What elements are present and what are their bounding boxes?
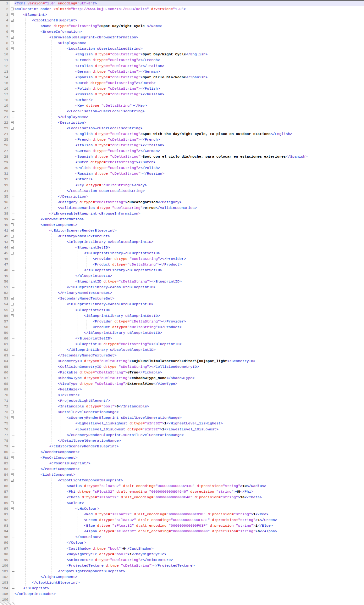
code-text[interactable]: </DetailLevelGenerationRange> — [14, 438, 364, 444]
code-text[interactable]: <iBlueprintLibrary-cAbsoluteBlueprintID> — [14, 301, 364, 307]
code-text[interactable]: </Blueprint> — [14, 585, 364, 591]
fold-collapse-icon[interactable] — [11, 252, 14, 255]
code-line[interactable]: 81<PosOriComponent> — [0, 455, 364, 461]
line-number[interactable]: 75 — [0, 421, 10, 426]
fold-collapse-icon[interactable] — [11, 229, 14, 232]
line-number[interactable]: 60 — [0, 336, 10, 341]
code-line[interactable]: 62</iBlueprintLibrary-cAbsoluteBlueprint… — [0, 347, 364, 353]
line-number[interactable]: 50 — [0, 279, 10, 284]
code-text[interactable]: <Russian d:type="cDeltaString"></Russian… — [14, 171, 364, 176]
line-number[interactable]: 41 — [0, 228, 10, 233]
code-line[interactable]: 85<cSpotLightComponentBlueprint> — [0, 478, 364, 483]
line-number[interactable]: 62 — [0, 347, 10, 353]
code-line[interactable]: 15<Dutch d:type="cDeltaString"></Dutch> — [0, 80, 364, 86]
code-line[interactable]: 27<German d:type="cDeltaString"></German… — [0, 148, 364, 154]
code-line[interactable]: 7<iBrowseableBlueprint-cBrowseInformatio… — [0, 35, 364, 40]
code-line[interactable]: 106 — [0, 597, 364, 602]
code-line[interactable]: 22<Description> — [0, 120, 364, 126]
code-text[interactable]: <SecondaryNamedTextureSet> — [14, 296, 364, 301]
line-number[interactable]: 79 — [0, 444, 10, 449]
code-line[interactable]: 20</Localisation-cUserLocalisedString> — [0, 109, 364, 114]
line-number[interactable]: 84 — [0, 472, 10, 478]
code-line[interactable]: 29<Dutch d:type="cDeltaString"></Dutch> — [0, 160, 364, 165]
code-text[interactable]: <Instancable d:type="bool">0</Instancabl… — [14, 404, 364, 409]
code-line[interactable]: 88<Theta d:type="sFloat32" d:alt_encodin… — [0, 495, 364, 500]
code-line[interactable]: 65<CollisionGeometryID d:type="cDeltaStr… — [0, 364, 364, 370]
fold-toggle[interactable] — [10, 245, 14, 250]
code-text[interactable]: <iBrowseableBlueprint-cBrowseInformation… — [14, 35, 364, 40]
line-number[interactable]: 64 — [0, 358, 10, 364]
code-text[interactable]: </BlueprintSetID> — [14, 273, 364, 279]
code-line[interactable]: 12<Italian d:type="cDeltaString"></Itali… — [0, 63, 364, 69]
line-number[interactable]: 18 — [0, 97, 10, 103]
line-number[interactable]: 105 — [0, 591, 10, 597]
code-text[interactable]: <cHcColour> — [14, 506, 364, 512]
code-line[interactable]: 91<Red d:type="sFloat32" d:alt_encoding=… — [0, 512, 364, 517]
line-number[interactable]: 31 — [0, 171, 10, 176]
code-text[interactable]: </LightComponent> — [14, 574, 364, 580]
code-line[interactable]: 83</PosOriComponent> — [0, 466, 364, 472]
code-text[interactable]: <Description> — [14, 120, 364, 126]
code-line[interactable]: 92<Green d:type="sFloat32" d:alt_encodin… — [0, 517, 364, 523]
code-line[interactable]: 76<LowestLevel_10isLowest d:type="sInt32… — [0, 427, 364, 432]
code-text[interactable]: </iBlueprintLibrary-cBlueprintSetID> — [14, 267, 364, 273]
code-text[interactable]: <Blueprint> — [14, 12, 364, 18]
line-number[interactable]: 92 — [0, 517, 10, 523]
code-text[interactable]: <Other/> — [14, 97, 364, 103]
code-line[interactable]: 51</iBlueprintLibrary-cAbsoluteBlueprint… — [0, 284, 364, 290]
fold-collapse-icon[interactable] — [11, 246, 14, 249]
fold-collapse-icon[interactable] — [11, 416, 14, 419]
line-number[interactable]: 17 — [0, 92, 10, 97]
code-text[interactable]: <French d:type="cDeltaString"></French> — [14, 57, 364, 63]
code-text[interactable]: </BrowseInformation> — [14, 216, 364, 222]
line-number[interactable]: 45 — [0, 250, 10, 256]
code-line[interactable]: 26<Italian d:type="cDeltaString"></Itali… — [0, 143, 364, 148]
fold-collapse-icon[interactable] — [11, 479, 14, 482]
fold-toggle[interactable] — [10, 313, 14, 319]
line-number[interactable]: 13 — [0, 69, 10, 75]
code-line[interactable]: 46<Provider d:type="cDeltaString"></Prov… — [0, 256, 364, 262]
code-line[interactable]: 97<CastShadow d:type="bool">0</CastShado… — [0, 546, 364, 552]
code-text[interactable]: <Colour> — [14, 500, 364, 506]
fold-toggle[interactable] — [10, 222, 14, 228]
line-number[interactable]: 100 — [0, 563, 10, 569]
line-number[interactable]: 87 — [0, 489, 10, 495]
code-line[interactable]: 8<DisplayName> — [0, 40, 364, 46]
fold-collapse-icon[interactable] — [11, 30, 14, 33]
code-line[interactable]: 42<PrimaryNamedTextureSet> — [0, 233, 364, 239]
code-text[interactable]: <HeatHaze/> — [14, 387, 364, 392]
code-line[interactable]: 33<Key d:type="cDeltaString"></Key> — [0, 182, 364, 188]
line-number[interactable]: 37 — [0, 205, 10, 211]
code-line[interactable]: 52</PrimaryNamedTextureSet> — [0, 290, 364, 296]
code-line[interactable]: 45<iBlueprintLibrary-cBlueprintSetID> — [0, 250, 364, 256]
code-line[interactable]: 98<DayNightCycle d:type="bool">1</DayNig… — [0, 552, 364, 557]
line-number[interactable]: 4 — [0, 18, 10, 23]
fold-collapse-icon[interactable] — [11, 411, 14, 413]
code-line[interactable]: 75<HighestLevel_1isHighest d:type="sInt3… — [0, 421, 364, 426]
code-text[interactable]: <LightComponent> — [14, 472, 364, 478]
code-line[interactable]: 50<BlueprintID d:type="cDeltaString"></B… — [0, 279, 364, 284]
fold-toggle[interactable] — [10, 250, 14, 256]
fold-collapse-icon[interactable] — [11, 36, 14, 39]
code-text[interactable]: <Localisation-cUserLocalisedString> — [14, 126, 364, 131]
code-text[interactable]: <iBlueprintLibrary-cAbsoluteBlueprintID> — [14, 239, 364, 245]
code-line[interactable]: 71<ProjectedLightElement/> — [0, 398, 364, 404]
line-number[interactable]: 101 — [0, 569, 10, 574]
code-text[interactable]: </cBlueprintLoader> — [14, 591, 364, 597]
code-text-caret-line[interactable]: <?xml version="1.0" encoding="utf-8"?> — [14, 1, 364, 6]
code-text[interactable]: <Phi d:type="sFloat32" d:alt_encoding="0… — [14, 489, 364, 495]
code-line[interactable]: 60</BlueprintSetID> — [0, 336, 364, 341]
code-text[interactable]: </RenderComponent> — [14, 449, 364, 455]
line-number[interactable]: 52 — [0, 290, 10, 296]
line-number[interactable]: 24 — [0, 131, 10, 137]
code-line[interactable]: 99<AnimTexture d:type="cDeltaString"></A… — [0, 557, 364, 563]
code-text[interactable]: <ViewType d:type="cDeltaString">External… — [14, 381, 364, 387]
line-number[interactable]: 68 — [0, 381, 10, 387]
line-number[interactable]: 96 — [0, 540, 10, 546]
code-line[interactable]: 59</iBlueprintLibrary-cBlueprintSetID> — [0, 330, 364, 336]
code-line[interactable]: 105</cBlueprintLoader> — [0, 591, 364, 597]
fold-collapse-icon[interactable] — [11, 19, 14, 22]
code-line[interactable]: 55<BlueprintSetID> — [0, 307, 364, 313]
code-text[interactable]: </BlueprintSetID> — [14, 336, 364, 341]
code-line[interactable]: 10<English d:type="cDeltaString">Spot Da… — [0, 52, 364, 57]
